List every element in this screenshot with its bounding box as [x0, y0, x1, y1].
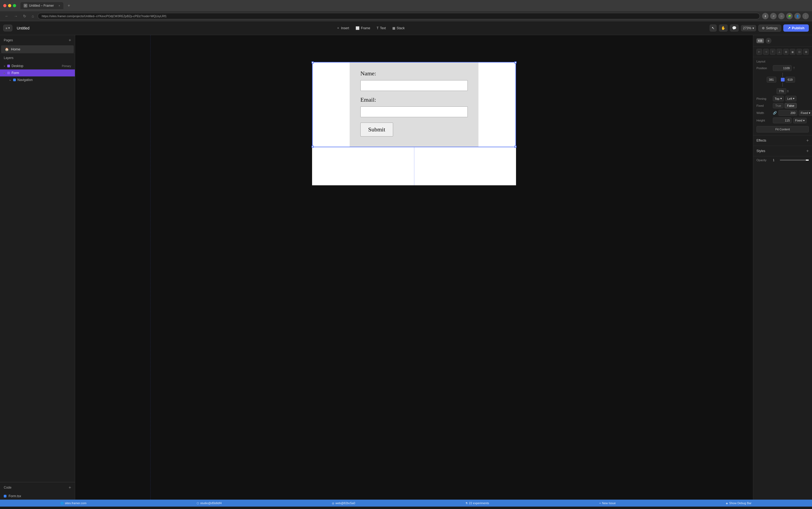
distribute-v-button[interactable]: ⊠ [803, 49, 809, 55]
frame-tool-button[interactable]: ⬜ Frame [353, 25, 373, 32]
close-window-button[interactable] [3, 4, 6, 7]
share-icon[interactable]: ↗ [770, 13, 777, 19]
width-input[interactable] [778, 110, 797, 116]
text-icon: T [377, 26, 379, 30]
email-input[interactable] [360, 106, 468, 117]
align-left-button[interactable]: ⊢ [756, 49, 762, 55]
layer-desktop[interactable]: ▾ Desktop Primary [0, 63, 75, 69]
handle-bottom-right[interactable] [514, 146, 517, 148]
opacity-slider[interactable] [780, 160, 809, 161]
add-code-button[interactable]: + [69, 485, 71, 490]
framer-menu-button[interactable]: ≡ ▾ [3, 25, 12, 31]
name-input[interactable] [360, 80, 468, 91]
handle-top-left[interactable] [312, 61, 314, 64]
web-item[interactable]: ◎ web@82bc5a0 [332, 502, 355, 505]
project-name-button[interactable]: Untitled [14, 25, 31, 31]
distribute-h-button[interactable]: ⊡ [797, 49, 802, 55]
layers-title: Layers [4, 56, 13, 60]
settings-label: Settings [766, 26, 778, 30]
download-icon[interactable]: ⬇ [762, 13, 769, 19]
fixed-false-button[interactable]: False [785, 103, 797, 108]
pinning-h-select[interactable]: Left ▾ [785, 96, 797, 101]
address-bar[interactable]: https://sites.framer.com/projects/Untitl… [38, 13, 760, 19]
home-button[interactable]: ⌂ [30, 13, 35, 19]
bookmark-icon[interactable]: ☆ [778, 13, 785, 19]
add-page-button[interactable]: + [69, 38, 71, 43]
opacity-label: Opacity [756, 159, 771, 162]
add-style-button[interactable]: + [806, 148, 809, 154]
align-right-button[interactable]: ⊤ [770, 49, 776, 55]
toolbar-left: ≡ ▾ Untitled [3, 25, 32, 31]
cursor-tool-button[interactable]: ↖ [710, 24, 717, 32]
hand-tool-button[interactable]: ✋ [719, 24, 728, 32]
text-label: Text [380, 26, 386, 30]
pinning-h-value: Left [787, 97, 792, 100]
layer-form[interactable]: ▸ Form [0, 69, 75, 76]
align-top-button[interactable]: ⊥ [777, 49, 782, 55]
code-file-form[interactable]: Form.tsx [0, 493, 75, 500]
debug-item[interactable]: ◈ Show Debug Bar [726, 502, 751, 505]
new-tab-button[interactable]: + [65, 2, 72, 9]
bottom-value-input[interactable] [777, 88, 786, 94]
height-input[interactable] [773, 117, 791, 123]
form-layer-dot [7, 72, 10, 74]
publish-label: Publish [792, 26, 805, 30]
zoom-control-button[interactable]: 273% ▾ [741, 25, 756, 31]
alignment-row: ⊢ ⊣ ⊤ ⊥ ⊞ ▣ ⊡ ⊠ [753, 47, 812, 57]
settings-button[interactable]: ⚙ Settings [758, 25, 781, 32]
tab-close-button[interactable]: × [59, 4, 60, 7]
pinning-h-chevron: ▾ [793, 97, 794, 100]
align-center-h-button[interactable]: ⊣ [763, 49, 769, 55]
layer-navigation[interactable]: ▸ Navigation [0, 76, 75, 83]
stack-tool-button[interactable]: ▦ Stack [390, 25, 407, 32]
new-issue-item[interactable]: + New Issue [599, 502, 616, 505]
fit-content-button[interactable]: Fit Content [756, 126, 809, 133]
height-label: Height [756, 119, 771, 122]
navigation-layer-dot [13, 78, 16, 81]
handle-bottom-left[interactable] [312, 146, 314, 148]
align-bottom-button[interactable]: ▣ [790, 49, 795, 55]
forward-button[interactable]: → [12, 13, 19, 19]
menu-icon[interactable]: ⋮ [802, 13, 809, 19]
profile-icon[interactable]: 👤 [794, 13, 801, 19]
nav-actions: ⬇ ↗ ☆ 🧩 👤 ⋮ [762, 13, 809, 19]
page-home-item[interactable]: 🏠 Home [1, 45, 74, 53]
desktop-layer-dot [7, 65, 10, 67]
handle-top-right[interactable] [514, 61, 517, 64]
submit-button[interactable]: Submit [360, 123, 393, 136]
layers-header: Layers [0, 54, 75, 63]
extensions-icon[interactable]: 🧩 [786, 13, 793, 19]
width-type-value: Fixed [801, 111, 808, 114]
home-page-icon: 🏠 [5, 47, 9, 51]
pinning-v-value: Top [775, 97, 780, 100]
right-value-input[interactable]: 619 [785, 77, 795, 82]
add-effect-button[interactable]: + [806, 138, 809, 143]
studio-label: studio@d5b8df4 [200, 502, 222, 505]
align-center-v-button[interactable]: ⊞ [783, 49, 789, 55]
comment-tool-button[interactable]: 💬 [730, 24, 739, 32]
minimize-window-button[interactable] [8, 4, 11, 7]
back-button[interactable]: ← [3, 13, 10, 19]
publish-button[interactable]: ↗ Publish [783, 24, 809, 32]
new-issue-label: New Issue [602, 502, 616, 505]
browser-tab[interactable]: F Untitled – Framer × [21, 2, 63, 9]
right-panel: KB + ⊢ ⊣ ⊤ ⊥ ⊞ ▣ ⊡ ⊠ Layout Position [753, 35, 812, 500]
insert-tool-button[interactable]: ＋ Insert [334, 24, 352, 32]
layers-section: Layers ▾ Desktop Primary ▸ Form ▸ Naviga… [0, 54, 75, 482]
experiments-item[interactable]: ⚗ 22 experiments [465, 502, 489, 505]
canvas-area[interactable]: Name: Email: Submit [75, 35, 753, 500]
fullscreen-window-button[interactable] [13, 4, 16, 7]
add-component-button[interactable]: + [766, 38, 772, 44]
width-type-select[interactable]: Fixed ▾ [799, 110, 812, 116]
position-input[interactable] [773, 65, 791, 71]
text-tool-button[interactable]: T Text [374, 25, 389, 32]
site-url-item[interactable]: 🌐 sites.framer.com [60, 502, 87, 505]
left-value-input[interactable]: 381 [767, 77, 776, 82]
frame-container: Name: Email: Submit [312, 40, 516, 185]
refresh-button[interactable]: ↻ [22, 13, 28, 19]
studio-item[interactable]: ⬡ studio@d5b8df4 [197, 502, 222, 505]
fixed-true-button[interactable]: True [773, 103, 784, 108]
height-type-select[interactable]: Fixed ▾ [793, 118, 807, 123]
pinning-v-select[interactable]: Top ▾ [773, 96, 784, 101]
toolbar-right: ↖ ✋ 💬 273% ▾ ⚙ Settings ↗ Publish [710, 24, 809, 32]
